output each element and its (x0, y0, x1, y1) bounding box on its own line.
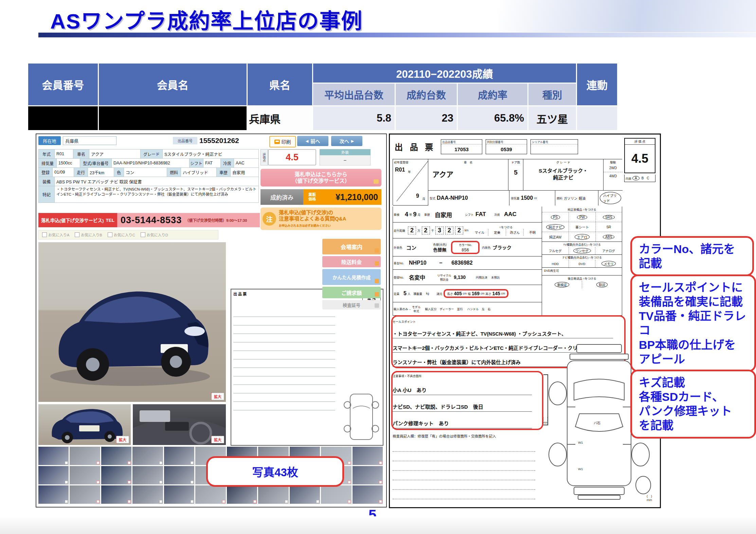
spec-fuel: ハイブリッド (181, 168, 217, 177)
spec-fuel-label: 燃料 (167, 168, 181, 177)
checkbox-icon (108, 232, 112, 237)
col-header-link: 連動 (577, 64, 617, 105)
spec-grade-label: グレード (141, 149, 163, 158)
photo-thumb[interactable] (353, 485, 383, 504)
photo-thumb[interactable] (38, 485, 69, 504)
equip-ps: PS (551, 215, 560, 219)
external-link-icon (375, 261, 379, 266)
cm-unit: cm (463, 292, 467, 295)
arrow-right-icon: ▶ (351, 139, 354, 143)
enlarge-mark-icon (222, 500, 225, 503)
menu-billing-amount[interactable]: ご請求額 (322, 287, 381, 298)
enlarge-button[interactable]: 拡大 (211, 393, 224, 400)
spec-note-label: 特記 (39, 186, 55, 202)
fuel-hybrid-circled: ハイブリッド (600, 192, 621, 204)
photo-thumb[interactable] (101, 447, 131, 465)
prev-button[interactable]: ◀ 前へ (297, 136, 328, 146)
first-reg-month: 9 (416, 193, 419, 199)
main-car-photo[interactable]: 拡大 (38, 242, 226, 402)
score-value: 4.5 (268, 149, 316, 165)
ac-value: AAC (504, 211, 517, 218)
photo-thumb[interactable] (195, 485, 226, 504)
load-unit: kg (426, 292, 435, 295)
enlarge-mark-icon (191, 481, 194, 484)
bid-apply-button[interactable]: 落札申込はこちらから （値下げ交渉サービス） (260, 169, 381, 186)
menu-venue-info[interactable]: 会場案内 (322, 239, 381, 254)
photo-thumb[interactable] (101, 466, 131, 484)
chassis-number: 6836982 (451, 260, 472, 266)
tv-oneseg-circled: ワンセグ (573, 248, 591, 253)
favorite-c-checkbox[interactable]: お気に入りC (108, 232, 135, 237)
favorite-d-checkbox[interactable]: お気に入りD (141, 232, 168, 237)
load-label: 積載量 (413, 291, 425, 296)
photo-thumb[interactable] (70, 466, 100, 484)
rear-car-photo[interactable]: 拡大 (38, 404, 131, 445)
callout-damage-notes: キズ記載 各種SDカード、 パンク修理キット を記載 (630, 370, 756, 439)
recycle-value: 9,130 (454, 274, 475, 280)
favorite-a-checkbox[interactable]: お気に入りA (42, 232, 69, 237)
photo-thumb[interactable] (132, 485, 163, 504)
disp-unit: cc (534, 196, 537, 200)
redacted-member-name (99, 106, 247, 130)
print-button[interactable]: 印刷 (269, 136, 296, 147)
spec-color: コン (124, 168, 167, 177)
qa-notice-box[interactable]: 注 落札申込(値下げ交渉)の 注意事項とよくある質問Q&A お申込みされる方は必… (260, 208, 381, 230)
ext-color-value: コン (406, 244, 427, 251)
menu-transport-fee[interactable]: 陸送料金 (322, 256, 381, 267)
enlarge-mark-icon (316, 500, 319, 503)
bid-apply-label: 落札申込はこちらから （値下げ交渉サービス） (292, 171, 350, 184)
model-value: DAA-NHP10 (437, 195, 468, 201)
car-name: アクア (428, 164, 508, 179)
photo-thumb[interactable] (353, 466, 383, 484)
spec-color-label: 色 (114, 168, 124, 177)
photo-thumb[interactable] (258, 485, 288, 504)
notice-icon: 注 (263, 212, 276, 226)
photo-thumb[interactable] (101, 485, 131, 504)
location-tag: 所在地 (38, 136, 61, 145)
score-label: 評価点 (260, 149, 268, 165)
equip-sr: SR (595, 222, 622, 232)
photo-thumb[interactable] (321, 485, 351, 504)
car-front-illustration (38, 242, 226, 402)
photo-thumb[interactable] (132, 466, 163, 484)
enlarge-mark-icon (96, 500, 100, 503)
menu-label: ご請求額 (341, 289, 362, 296)
next-button[interactable]: 次へ ▶ (331, 136, 362, 146)
checkbox-icon (42, 232, 47, 237)
photo-thumb[interactable] (38, 466, 69, 484)
recycle-deposited: 円預託済 (476, 275, 487, 279)
photo-thumb[interactable] (38, 447, 69, 465)
enlarge-mark-icon (128, 500, 131, 503)
spec-equip-label: 装備 (39, 177, 55, 186)
menu-label: 検査証号 (343, 302, 360, 308)
cm-unit: cm (481, 292, 484, 295)
photo-thumb[interactable] (227, 485, 257, 504)
defect-note-line: ナビSD、ナビ取説、ドラレコSD 後日 (393, 395, 532, 412)
cell-link (577, 106, 617, 130)
photo-thumb[interactable] (353, 447, 383, 465)
photo-thumb[interactable] (290, 485, 320, 504)
enlarge-button[interactable]: 拡大 (211, 436, 224, 443)
spec-name-label: 車名 (73, 149, 89, 158)
photo-thumb[interactable] (70, 447, 100, 465)
grade-value: Sスタイルブラック・ 純正ナビ (523, 164, 603, 181)
checkbox-icon (75, 232, 79, 237)
photo-thumb[interactable] (164, 447, 194, 465)
sales-points-title: セールスポイント (393, 320, 416, 323)
col-header-avg-listings: 平均出品台数 (313, 84, 395, 105)
photo-thumb[interactable] (132, 447, 163, 465)
spec-equip: ABS PS PW TV エアバッグ ナビ 取説 保証書 (55, 177, 259, 186)
photo-thumb[interactable] (164, 485, 194, 504)
dashboard-photo[interactable]: 拡大 (133, 404, 226, 445)
spec-disp: 1500cc (57, 159, 80, 167)
favorite-b-checkbox[interactable]: お気に入りB (75, 232, 102, 237)
photo-thumb[interactable] (164, 466, 194, 484)
cell-avg-listings: 5.8 (313, 106, 395, 130)
menu-inspection-cert[interactable]: 検査証号 (322, 300, 381, 309)
equip-aw: 純正AW (542, 232, 569, 242)
photo-thumb[interactable] (70, 485, 100, 504)
menu-quick-estimate[interactable]: かんたん見積作成 (322, 269, 381, 285)
navi-type-title: ナビ種類(社外品含む) ○をつける (542, 255, 622, 260)
enlarge-button[interactable]: 拡大 (116, 436, 129, 443)
arrow-left-icon: ◀ (306, 139, 308, 143)
